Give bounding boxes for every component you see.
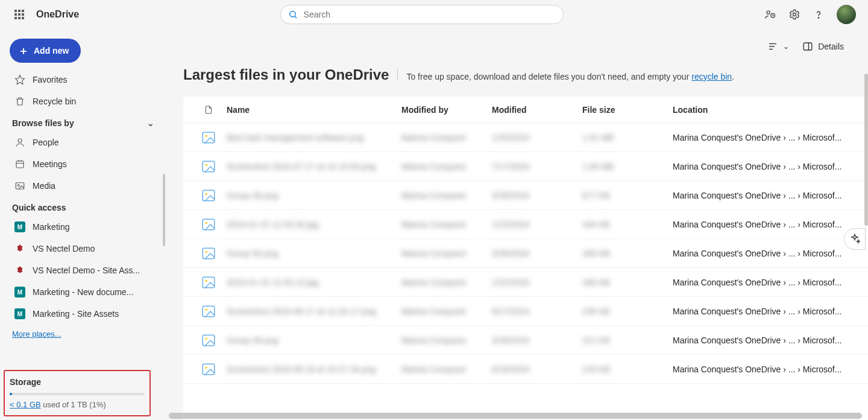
cell-location: Marina Conquest's OneDrive › ... › Micro… bbox=[673, 162, 861, 171]
cell-size: 289 KB bbox=[582, 249, 673, 258]
svg-point-4 bbox=[793, 13, 796, 16]
svg-marker-6 bbox=[16, 75, 25, 84]
storage-used-link[interactable]: < 0.1 GB bbox=[10, 400, 41, 409]
image-file-icon bbox=[190, 246, 227, 261]
site-badge-icon bbox=[14, 265, 25, 276]
sidebar: ＋ Add new Favorites Recycle bin Browse f… bbox=[0, 29, 169, 420]
help-icon[interactable] bbox=[813, 8, 825, 21]
browse-media[interactable]: Media bbox=[10, 175, 159, 197]
search-input[interactable] bbox=[304, 10, 556, 19]
site-badge: M bbox=[14, 221, 25, 232]
cell-name: Screenshot 2024-06-17 at 14.26.17.png bbox=[227, 307, 401, 316]
gear-icon[interactable] bbox=[788, 8, 800, 21]
col-size[interactable]: File size bbox=[582, 105, 673, 115]
quick-label: Marketing - New docume... bbox=[33, 287, 133, 297]
quick-item[interactable]: VS Nectel Demo bbox=[10, 238, 159, 259]
chevron-down-icon: ⌄ bbox=[783, 42, 789, 51]
quick-item[interactable]: MMarketing bbox=[10, 216, 159, 238]
nav-favorites[interactable]: Favorites bbox=[10, 69, 159, 91]
cell-location: Marina Conquest's OneDrive › ... › Micro… bbox=[673, 191, 861, 200]
site-badge-icon bbox=[14, 243, 25, 254]
main-scrollbar-v[interactable] bbox=[864, 74, 868, 412]
browse-header[interactable]: Browse files by ⌄ bbox=[10, 112, 159, 132]
table-row[interactable]: 2024-01-22 12.53.30.jpg Marina Conquest … bbox=[183, 210, 868, 239]
cell-modified-by: Marina Conquest bbox=[401, 307, 492, 316]
add-new-button[interactable]: ＋ Add new bbox=[10, 39, 81, 63]
details-button[interactable]: Details bbox=[802, 41, 844, 52]
cell-modified-by: Marina Conquest bbox=[401, 191, 492, 200]
more-places-link[interactable]: More places... bbox=[12, 329, 61, 339]
table-row[interactable]: Screenshot 2024-06-17 at 14.26.17.png Ma… bbox=[183, 297, 868, 326]
image-file-icon bbox=[190, 275, 227, 290]
trash-icon bbox=[14, 96, 25, 107]
svg-point-17 bbox=[206, 135, 207, 136]
nav-recycle-bin[interactable]: Recycle bin bbox=[10, 91, 159, 112]
storage-text: < 0.1 GB used of 1 TB (1%) bbox=[10, 400, 145, 409]
cell-size: 434 KB bbox=[582, 220, 673, 229]
col-modified[interactable]: Modified bbox=[492, 105, 582, 115]
cell-size: 1.91 MB bbox=[582, 133, 673, 142]
svg-point-29 bbox=[206, 308, 207, 310]
quick-label: VS Nectel Demo bbox=[33, 244, 95, 253]
table-row[interactable]: Screenshot 2024-06-18 at 10.07.34.png Ma… bbox=[183, 355, 868, 384]
image-file-icon bbox=[190, 332, 227, 348]
svg-point-31 bbox=[206, 337, 207, 339]
svg-point-7 bbox=[18, 139, 22, 142]
storage-title: Storage bbox=[10, 377, 145, 387]
svg-rect-8 bbox=[16, 161, 24, 168]
cell-name: Group 46.png bbox=[227, 191, 401, 200]
cell-modified: 3/28/2024 bbox=[492, 336, 582, 345]
recycle-bin-link[interactable]: recycle bin bbox=[691, 72, 732, 81]
people-sync-icon[interactable] bbox=[764, 8, 776, 21]
svg-point-27 bbox=[206, 279, 207, 281]
site-badge: M bbox=[14, 287, 25, 298]
cell-modified-by: Marina Conquest bbox=[401, 364, 492, 374]
svg-line-1 bbox=[295, 16, 297, 18]
cell-size: 221 KB bbox=[582, 336, 673, 345]
quick-item[interactable]: VS Nectel Demo - Site Ass... bbox=[10, 259, 159, 281]
col-location[interactable]: Location bbox=[673, 105, 861, 115]
cell-modified: 3/28/2024 bbox=[492, 249, 582, 258]
table-row[interactable]: Group 50.png Marina Conquest 3/28/2024 2… bbox=[183, 239, 868, 268]
col-modified-by[interactable]: Modified by bbox=[401, 105, 492, 115]
main-scrollbar-h[interactable] bbox=[169, 413, 862, 419]
cell-name: 2024-01-22 12.53.10.jpg bbox=[227, 278, 401, 287]
nav-label: Meetings bbox=[33, 159, 67, 169]
quick-item[interactable]: MMarketing - New docume... bbox=[10, 281, 159, 303]
quick-label: Marketing bbox=[33, 222, 69, 232]
svg-rect-22 bbox=[203, 219, 215, 229]
svg-rect-20 bbox=[203, 190, 215, 200]
svg-rect-24 bbox=[203, 248, 215, 258]
table-row[interactable]: Best task management software.png Marina… bbox=[183, 123, 868, 152]
sidebar-scrollbar[interactable] bbox=[163, 174, 165, 360]
storage-bar bbox=[10, 393, 145, 395]
col-name[interactable]: Name bbox=[227, 105, 401, 115]
storage-panel: Storage < 0.1 GB used of 1 TB (1%) bbox=[4, 370, 151, 416]
cell-name: Screenshot 2024-06-18 at 10.07.34.png bbox=[227, 364, 401, 374]
app-launcher-icon[interactable] bbox=[7, 10, 31, 19]
file-type-header-icon[interactable] bbox=[190, 104, 227, 116]
avatar[interactable] bbox=[837, 5, 856, 24]
cell-modified-by: Marina Conquest bbox=[401, 336, 492, 345]
search-box[interactable] bbox=[280, 5, 564, 24]
cell-modified: 1/22/2024 bbox=[492, 220, 582, 229]
site-badge: M bbox=[14, 308, 25, 319]
table-row[interactable]: Screenshot 2024-07-17 at 14.15.50.png Ma… bbox=[183, 152, 868, 181]
chevron-down-icon: ⌄ bbox=[147, 118, 154, 128]
table-row[interactable]: Group 49.png Marina Conquest 3/28/2024 2… bbox=[183, 326, 868, 355]
cell-modified-by: Marina Conquest bbox=[401, 162, 492, 171]
copilot-fab[interactable] bbox=[844, 228, 866, 250]
svg-rect-18 bbox=[203, 161, 215, 171]
svg-point-10 bbox=[17, 185, 19, 186]
table-row[interactable]: 2024-01-22 12.53.10.jpg Marina Conquest … bbox=[183, 268, 868, 297]
table-row[interactable]: Group 46.png Marina Conquest 3/28/2024 6… bbox=[183, 181, 868, 210]
nav-label: Recycle bin bbox=[33, 97, 76, 106]
view-switch[interactable]: ⌄ bbox=[767, 41, 789, 52]
plus-icon: ＋ bbox=[18, 43, 29, 58]
search-icon bbox=[288, 10, 298, 19]
browse-people[interactable]: People bbox=[10, 132, 159, 153]
browse-meetings[interactable]: Meetings bbox=[10, 153, 159, 175]
quick-item[interactable]: MMarketing - Site Assets bbox=[10, 303, 159, 325]
svg-point-21 bbox=[206, 192, 207, 194]
quick-label: Marketing - Site Assets bbox=[33, 309, 119, 319]
